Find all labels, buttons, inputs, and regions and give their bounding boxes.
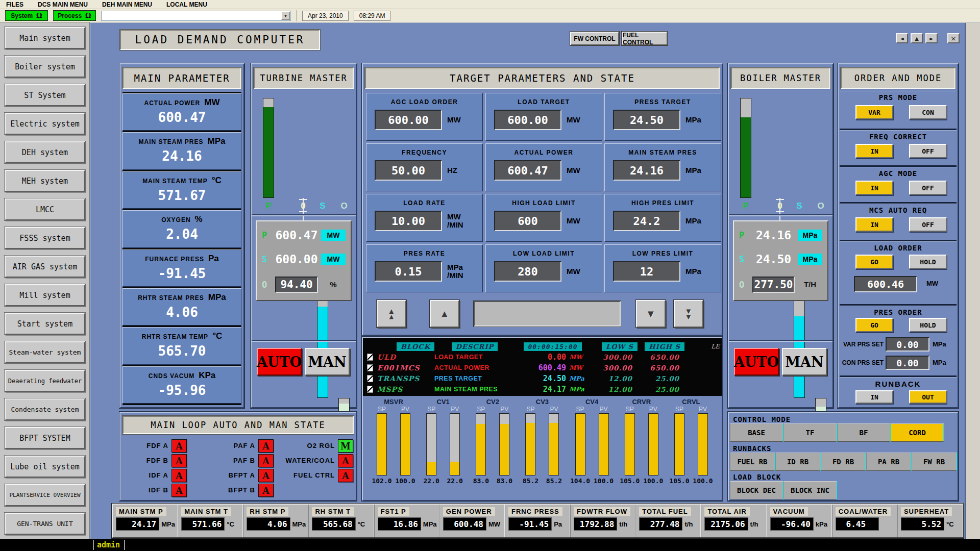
turbine-man-button[interactable]: MAN	[305, 348, 350, 375]
order-and-mode-title: ORDER AND MODE	[841, 67, 955, 89]
trend-tag[interactable]: TRANSPS	[377, 374, 434, 383]
sidebar-item-steam-water-system[interactable]: Steam-water system	[5, 341, 85, 363]
sidebar-item-deaerating-feedwater[interactable]: Deaerating feedwater	[5, 370, 85, 392]
sidebar-item-gen-trans-unit[interactable]: GEN-TRANS UNIT	[5, 513, 85, 535]
load-order-setpoint[interactable]: 600.46	[854, 276, 917, 292]
sidebar-item-lmcc[interactable]: LMCC	[5, 198, 85, 220]
sidebar-item-air-gas-system[interactable]: AIR GAS system	[5, 256, 85, 278]
trend-description: ACTUAL POWER	[434, 364, 515, 371]
con-prs-setpoint[interactable]: 0.00	[886, 356, 929, 370]
freq-correct-off-button[interactable]: OFF	[909, 144, 947, 158]
mode-bf-button[interactable]: BF	[837, 423, 891, 442]
sidebar-item-plantservice-overview[interactable]: PLANTSERVICE OVERVIEW	[5, 484, 85, 506]
fd-rb-button[interactable]: FD RB	[821, 453, 866, 471]
sidebar-item-main-system[interactable]: Main system	[5, 27, 85, 49]
sidebar-item-st-system[interactable]: ST System	[5, 84, 85, 106]
mode-base-button[interactable]: BASE	[730, 423, 783, 442]
status-label: GEN POWER	[443, 507, 495, 516]
load-fast-decrease-button[interactable]: ▼▼	[674, 300, 703, 328]
id-rb-button[interactable]: ID RB	[775, 453, 821, 471]
status-value: 571.66	[181, 517, 225, 531]
sidebar-item-deh-system[interactable]: DEH system	[5, 141, 85, 163]
target-value[interactable]: 24.2	[613, 211, 680, 231]
prs-mode-con-button[interactable]: CON	[909, 105, 947, 119]
combobox-dropdown-icon[interactable]: ▼	[281, 12, 290, 20]
pv-bar	[549, 413, 559, 475]
sidebar-item-electric-system[interactable]: Electric system	[5, 113, 85, 135]
target-value[interactable]: 50.00	[375, 160, 442, 181]
pa-rb-button[interactable]: PA RB	[866, 453, 912, 471]
runback-out-button[interactable]: OUT	[909, 390, 947, 404]
sidebar-item-meh-system[interactable]: MEH system	[5, 170, 85, 192]
pv-bar-fill	[649, 414, 658, 475]
agc-mode-in-button[interactable]: IN	[855, 181, 893, 195]
load-order-entry-display[interactable]	[474, 301, 621, 327]
nav-back-icon[interactable]: ◄	[896, 33, 908, 43]
sidebar-item-start-system[interactable]: Start system	[5, 313, 85, 335]
nav-forward-icon[interactable]: ►	[925, 33, 938, 43]
boiler-auto-button[interactable]: AUTO	[734, 348, 779, 375]
runback-in-button[interactable]: IN	[855, 390, 893, 404]
page-select-combobox[interactable]: ▼	[101, 11, 291, 21]
sidebar-item-condensate-system[interactable]: Condensate system	[5, 398, 85, 420]
target-value[interactable]: 24.16	[613, 160, 680, 181]
load-fast-increase-button[interactable]: ▲▲	[377, 300, 406, 328]
target-value[interactable]: 0.15	[375, 261, 442, 282]
target-label: LOAD RATE	[366, 194, 482, 207]
trend-unit: MPa	[566, 375, 591, 382]
fw-control-button[interactable]: FW CONTROL	[570, 32, 619, 45]
boiler-man-button[interactable]: MAN	[782, 348, 827, 375]
target-value[interactable]: 600.47	[494, 160, 561, 181]
menu-local[interactable]: LOCAL MENU	[166, 1, 207, 8]
target-value[interactable]: 600	[494, 211, 561, 231]
mode-cord-button[interactable]: CORD	[891, 423, 944, 442]
load-order-hold-button[interactable]: HOLD	[909, 255, 947, 269]
block-dec-button[interactable]: BLOCK DEC	[730, 481, 783, 499]
trend-tag[interactable]: E001MCS	[377, 364, 434, 372]
mode-tf-button[interactable]: TF	[783, 423, 837, 442]
sidebar-item-boiler-system[interactable]: Boiler system	[5, 56, 85, 78]
freq-correct-in-button[interactable]: IN	[855, 144, 893, 158]
trend-low-scale: 12.00	[591, 385, 638, 393]
pres-order-go-button[interactable]: GO	[855, 318, 893, 332]
sidebar-item-lube-oil-system[interactable]: Lube oil system	[5, 456, 85, 478]
mcs-auto-req-in-button[interactable]: IN	[855, 217, 893, 232]
fuel-rb-button[interactable]: FUEL RB	[730, 453, 775, 471]
boiler-output-setpoint[interactable]: 277.50	[752, 277, 795, 293]
fw-rb-button[interactable]: FW RB	[912, 453, 957, 471]
menu-dcs-main[interactable]: DCS MAIN MENU	[38, 1, 88, 8]
con-prs-unit: MPa	[933, 355, 946, 370]
block-inc-button[interactable]: BLOCK INC	[783, 481, 837, 499]
prs-mode-var-button[interactable]: VAR	[855, 105, 893, 119]
sidebar-item-bfpt-system[interactable]: BFPT SYSTEM	[5, 427, 85, 449]
pres-order-hold-button[interactable]: HOLD	[909, 318, 947, 332]
target-value[interactable]: 12	[613, 261, 680, 282]
process-alarm-button[interactable]: Process Ω	[53, 10, 96, 21]
turbine-output-setpoint[interactable]: 94.40	[275, 277, 318, 293]
load-decrease-button[interactable]: ▼	[636, 300, 666, 328]
menu-files[interactable]: FILES	[6, 1, 23, 8]
menu-deh-main[interactable]: DEH MAIN MENU	[102, 1, 152, 8]
load-order-go-button[interactable]: GO	[855, 255, 893, 269]
mcs-auto-req-off-button[interactable]: OFF	[909, 217, 947, 232]
load-increase-button[interactable]: ▲	[430, 300, 459, 328]
pv-value: 100.0	[594, 477, 614, 485]
close-icon[interactable]: ×	[947, 33, 960, 43]
trend-tag[interactable]: ULD	[377, 353, 434, 361]
turbine-auto-button[interactable]: AUTO	[257, 348, 302, 375]
target-value[interactable]: 24.50	[613, 110, 680, 130]
nav-up-icon[interactable]: ▲	[911, 33, 923, 43]
fuel-control-button[interactable]: FUEL CONTROL	[622, 32, 668, 45]
target-value[interactable]: 600.00	[494, 110, 561, 130]
target-value[interactable]: 10.00	[375, 211, 442, 231]
status-label: FDWTR FLOW	[574, 507, 630, 516]
var-prs-setpoint[interactable]: 0.00	[886, 337, 929, 352]
sidebar-item-fsss-system[interactable]: FSSS system	[5, 227, 85, 249]
parameter-value: 565.70	[123, 343, 241, 359]
agc-mode-off-button[interactable]: OFF	[909, 181, 947, 195]
system-alarm-button[interactable]: System Ω	[5, 10, 48, 21]
trend-tag[interactable]: MSPS	[377, 385, 434, 393]
target-value[interactable]: 280	[494, 261, 561, 282]
sidebar-item-mill-system[interactable]: Mill system	[5, 284, 85, 306]
target-value[interactable]: 600.00	[375, 110, 442, 130]
